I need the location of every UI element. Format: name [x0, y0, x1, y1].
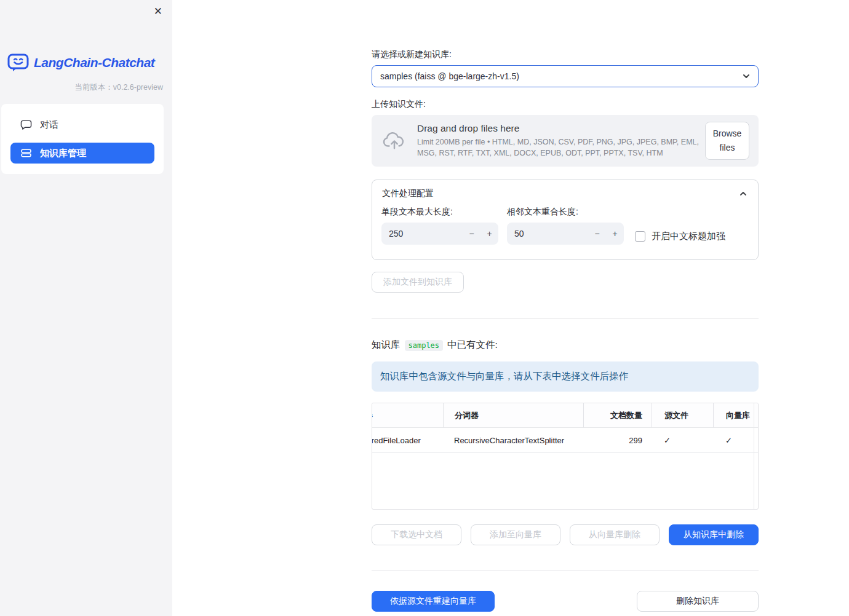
expander-title: 文件处理配置 [382, 188, 434, 199]
zh-title-enhance-checkbox[interactable] [635, 231, 645, 242]
chunk-size-input-wrap: − + [381, 223, 498, 245]
chunk-size-increment-button[interactable]: + [480, 229, 498, 239]
column-vector-store[interactable]: 向量库 [713, 403, 758, 427]
chunk-size-label: 单段文本最大长度: [381, 207, 498, 218]
chevron-down-icon [741, 71, 752, 82]
version-text: 当前版本：v0.2.6-preview [0, 82, 172, 93]
column-source-file[interactable]: 源文件 [652, 403, 713, 427]
file-action-buttons: 下载选中文档 添加至向量库 从向量库删除 从知识库中删除 [372, 524, 759, 545]
sidebar-item-dialogue[interactable]: 对话 [10, 114, 154, 135]
cloud-upload-icon [381, 129, 407, 152]
zh-title-enhance-group: 开启中文标题加强 [635, 225, 725, 247]
dropzone-limit: Limit 200MB per file • HTML, MD, JSON, C… [417, 136, 699, 159]
cell-loader[interactable]: UnstructuredFileLoader [372, 428, 443, 452]
info-banner: 知识库中包含源文件与向量库，请从下表中选择文件后操作 [372, 361, 759, 392]
delete-from-kb-button[interactable]: 从知识库中删除 [669, 524, 759, 545]
kb-files-heading: 知识库 samples 中已有文件: [372, 339, 759, 352]
cell-source-check[interactable]: ✓ [652, 428, 713, 452]
dropzone-text: Drag and drop files here Limit 200MB per… [417, 123, 705, 159]
add-files-to-kb-button[interactable]: 添加文件到知识库 [372, 272, 464, 293]
table-row[interactable]: UnstructuredFileLoader RecursiveCharacte… [372, 428, 758, 453]
cell-vector-check[interactable]: ✓ [713, 428, 758, 452]
divider [372, 570, 759, 571]
kb-select[interactable]: samples (faiss @ bge-large-zh-v1.5) [372, 65, 759, 87]
check-icon: ✓ [664, 436, 671, 445]
kb-select-label: 请选择或新建知识库: [372, 49, 759, 60]
dropzone-title: Drag and drop files here [417, 123, 699, 134]
chat-smiley-logo-icon [7, 53, 30, 73]
delete-from-vector-store-button[interactable]: 从向量库删除 [570, 524, 660, 545]
file-dropzone[interactable]: Drag and drop files here Limit 200MB per… [372, 115, 759, 167]
add-to-vector-store-button[interactable]: 添加至向量库 [471, 524, 560, 545]
column-loader[interactable]: 文档加载器 [372, 403, 443, 427]
chevron-up-icon [738, 189, 748, 199]
sidebar-menu: 对话 知识库管理 [1, 104, 164, 174]
check-icon: ✓ [725, 436, 732, 445]
column-doc-count[interactable]: 文档数量 [583, 403, 652, 427]
sidebar-item-label: 知识库管理 [40, 148, 86, 159]
kb-files-table[interactable]: 文档加载器 分词器 文档数量 源文件 向量库 UnstructuredFileL… [372, 403, 759, 510]
divider [372, 318, 759, 319]
chat-bubble-icon [20, 119, 32, 130]
upload-label: 上传知识文件: [372, 99, 759, 110]
sidebar-close-icon[interactable]: ✕ [151, 4, 165, 19]
overlap-size-label: 相邻文本重合长度: [507, 207, 624, 218]
zh-title-enhance-label: 开启中文标题加强 [652, 231, 725, 242]
cell-splitter[interactable]: RecursiveCharacterTextSplitter [443, 428, 583, 452]
expander-header[interactable]: 文件处理配置 [372, 180, 758, 205]
kb-name-code: samples [405, 340, 444, 351]
overlap-size-decrement-button[interactable]: − [588, 229, 606, 239]
table-header: 文档加载器 分词器 文档数量 源文件 向量库 [372, 403, 758, 428]
sidebar-item-kb-management[interactable]: 知识库管理 [10, 143, 154, 164]
sidebar-item-label: 对话 [40, 119, 58, 131]
kb-select-value: samples (faiss @ bge-large-zh-v1.5) [380, 71, 741, 81]
main-area: 请选择或新建知识库: samples (faiss @ bge-large-zh… [172, 0, 849, 616]
chunk-size-input[interactable] [381, 229, 463, 239]
overlap-size-increment-button[interactable]: + [606, 229, 624, 239]
browse-files-button[interactable]: Browse files [705, 122, 749, 160]
file-config-expander: 文件处理配置 单段文本最大长度: − + 相邻文本重合 [372, 180, 759, 260]
chunk-size-decrement-button[interactable]: − [463, 229, 480, 239]
column-splitter[interactable]: 分词器 [443, 403, 583, 427]
download-selected-button[interactable]: 下载选中文档 [372, 524, 461, 545]
app-title: LangChain-Chatchat [34, 55, 154, 70]
sidebar: ✕ LangChain-Chatchat 当前版本：v0.2.6-preview… [0, 0, 172, 616]
overlap-size-input[interactable] [507, 229, 588, 239]
kb-level-buttons: 依据源文件重建向量库 删除知识库 [372, 591, 759, 612]
cell-doc-count[interactable]: 299 [583, 428, 652, 452]
overlap-size-input-wrap: − + [507, 223, 624, 245]
app-logo: LangChain-Chatchat [7, 53, 172, 73]
delete-kb-button[interactable]: 删除知识库 [637, 591, 759, 612]
table-scrollbar[interactable] [754, 403, 754, 509]
rebuild-vector-store-button[interactable]: 依据源文件重建向量库 [372, 591, 495, 612]
stacked-list-icon [20, 148, 32, 159]
